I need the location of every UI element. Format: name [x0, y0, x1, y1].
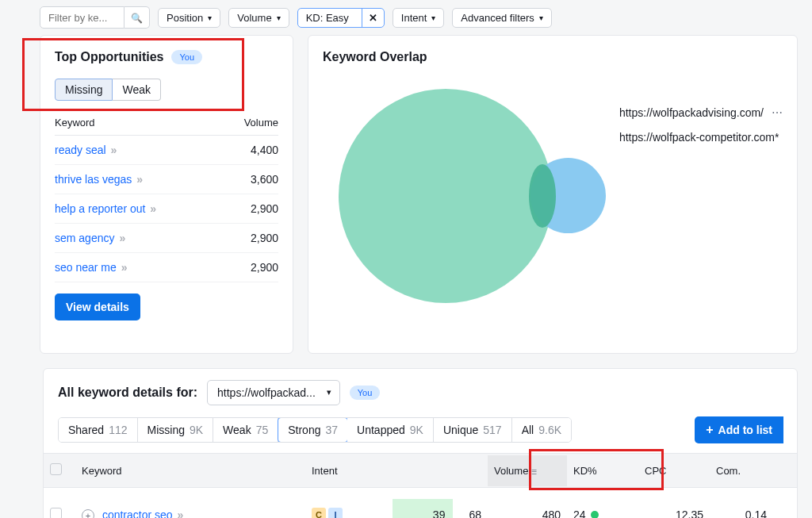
double-chevron-icon: » [150, 202, 156, 215]
col-header-cpc[interactable]: CPC [638, 455, 710, 486]
kd-difficulty-dot-icon [591, 511, 599, 518]
opportunities-table: Keyword Volume ready seal » 4,400 thrive… [55, 109, 278, 282]
top-opportunities-title: Top Opportunities [55, 50, 163, 64]
intent-badge-commercial-icon: C [312, 508, 326, 518]
filter-position[interactable]: Position ▾ [158, 8, 220, 28]
keyword-volume: 3,600 [222, 165, 278, 194]
keyword-link[interactable]: contractor seo » [102, 508, 183, 519]
keyword-overlap-title: Keyword Overlap [323, 50, 783, 64]
details-tabs: Shared112 Missing9K Weak75 Strong37 Unta… [58, 417, 572, 443]
details-table-row: + contractor seo » C I 39 68 480 24 12.3… [44, 488, 797, 518]
row-checkbox[interactable] [50, 508, 62, 518]
keyword-volume: 4,400 [222, 136, 278, 165]
search-icon [131, 11, 143, 24]
venn-intersection [529, 164, 556, 228]
tab-all[interactable]: All9.6K [512, 418, 571, 442]
tab-missing[interactable]: Missing9K [138, 418, 214, 442]
you-badge: You [171, 50, 202, 64]
double-chevron-icon: » [110, 144, 117, 156]
keyword-details-card: All keyword details for: https://wolfpac… [43, 368, 798, 518]
keyword-link[interactable]: ready seal » [55, 144, 117, 156]
keyword-volume: 2,900 [222, 194, 278, 224]
tab-strong[interactable]: Strong37 [278, 417, 348, 443]
filter-keyword-input[interactable] [48, 12, 116, 24]
double-chevron-icon: » [119, 232, 125, 244]
close-icon: ✕ [369, 12, 377, 24]
add-to-list-button[interactable]: + Add to list [695, 416, 783, 443]
keyword-volume: 2,900 [222, 253, 278, 282]
secondary-position-value: 68 [469, 508, 481, 518]
table-row: sem agency » 2,900 [55, 224, 278, 253]
keyword-overlap-card: Keyword Overlap https://wolfpackadvising… [308, 35, 798, 354]
table-row: help a reporter out » 2,900 [55, 194, 278, 224]
table-row: ready seal » 4,400 [55, 136, 278, 165]
filter-position-label: Position [167, 12, 203, 24]
legend-menu-icon[interactable]: ⋯ [772, 106, 783, 119]
keyword-link[interactable]: help a reporter out » [55, 202, 156, 215]
filter-kd-clear-button[interactable]: ✕ [362, 9, 384, 27]
venn-circle-primary [339, 89, 553, 303]
top-opportunities-card: Top Opportunities You Missing Weak Keywo… [40, 35, 293, 354]
tab-untapped[interactable]: Untapped9K [347, 418, 434, 442]
expand-row-button[interactable]: + [82, 509, 94, 519]
col-header-kd[interactable]: KD% [567, 455, 638, 486]
col-header-keyword[interactable]: Keyword [75, 455, 305, 486]
keyword-link[interactable]: seo near me » [55, 261, 128, 274]
double-chevron-icon: » [121, 261, 128, 274]
segment-missing[interactable]: Missing [55, 79, 113, 101]
double-chevron-icon: » [178, 508, 184, 519]
filter-intent-label: Intent [401, 12, 427, 24]
select-all-checkbox[interactable] [50, 463, 62, 475]
url-select-value: https://wolfpackad... [217, 386, 316, 399]
col-header-keyword[interactable]: Keyword [55, 109, 222, 136]
filter-keyword-input-wrap[interactable] [40, 6, 124, 29]
filter-kd-label: KD: Easy [298, 9, 357, 27]
tab-weak[interactable]: Weak75 [213, 418, 278, 442]
intent-badges: C I [305, 497, 393, 518]
tab-unique[interactable]: Unique517 [434, 418, 512, 442]
keyword-link[interactable]: thrive las vegas » [55, 173, 143, 186]
segment-weak[interactable]: Weak [113, 79, 161, 101]
row-kd: 24 [567, 497, 638, 518]
sort-icon [531, 465, 537, 477]
add-to-list-label: Add to list [718, 424, 772, 436]
row-volume: 480 [488, 497, 567, 518]
chevron-down-icon: ▾ [277, 13, 281, 22]
filter-volume-label: Volume [237, 12, 271, 24]
table-row: seo near me » 2,900 [55, 253, 278, 282]
filter-advanced-label: Advanced filters [461, 12, 534, 24]
table-row: thrive las vegas » 3,600 [55, 165, 278, 194]
row-cpc: 12.35 [638, 497, 710, 518]
details-table-header: Keyword Intent Volume KD% CPC Com. [44, 453, 797, 488]
keyword-link[interactable]: sem agency » [55, 232, 125, 244]
filter-volume[interactable]: Volume ▾ [228, 8, 289, 28]
plus-icon: + [706, 423, 713, 437]
chevron-down-icon: ▾ [208, 13, 212, 22]
filter-intent[interactable]: Intent ▾ [393, 8, 445, 28]
col-header-volume[interactable]: Volume [488, 455, 567, 486]
filter-keyword-search-button[interactable] [124, 6, 150, 29]
col-header-com[interactable]: Com. [710, 455, 773, 486]
chevron-down-icon: ▾ [539, 13, 543, 22]
tab-shared[interactable]: Shared112 [59, 418, 138, 442]
double-chevron-icon: » [136, 173, 143, 186]
opportunities-segment-control: Missing Weak [55, 79, 278, 101]
legend-item: https://wolfpackadvising.com/⋯ [619, 101, 783, 125]
col-header-intent[interactable]: Intent [305, 455, 393, 486]
filter-advanced[interactable]: Advanced filters ▾ [452, 8, 552, 28]
overlap-legend: https://wolfpackadvising.com/⋯ https://w… [619, 101, 783, 150]
you-badge: You [350, 386, 381, 400]
keyword-volume: 2,900 [222, 224, 278, 253]
filter-bar: Position ▾ Volume ▾ KD: Easy ✕ Intent ▾ … [0, 0, 812, 35]
url-select[interactable]: https://wolfpackad... [207, 380, 340, 405]
keyword-details-title: All keyword details for: [58, 386, 197, 400]
chevron-down-icon: ▾ [431, 13, 435, 22]
venn-diagram [331, 77, 632, 331]
view-details-button[interactable]: View details [55, 294, 140, 320]
col-header-volume[interactable]: Volume [222, 109, 278, 136]
position-band: 39 [393, 499, 453, 518]
filter-kd-active[interactable]: KD: Easy ✕ [297, 8, 385, 28]
row-com: 0.14 [710, 497, 773, 518]
intent-badge-informational-icon: I [328, 508, 343, 518]
legend-item: https://wolfpack-competitor.com* [619, 125, 783, 150]
